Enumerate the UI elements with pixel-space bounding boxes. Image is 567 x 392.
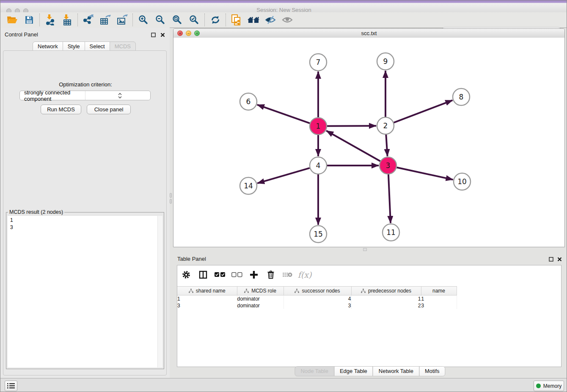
control-panel-header: Control Panel	[0, 30, 170, 39]
column-header-predecessor-nodes[interactable]: predecessor nodes	[351, 287, 421, 295]
toolbar-separator	[226, 14, 226, 26]
column-header-name[interactable]: name	[421, 287, 457, 295]
panel-splitter-grip[interactable]	[170, 193, 172, 198]
table-cell[interactable]: dominator	[237, 295, 284, 303]
graph-edge-4-14[interactable]	[257, 168, 310, 183]
table-options-button[interactable]	[181, 269, 192, 280]
network-window-titlebar[interactable]: × − + scc.txt	[173, 29, 564, 38]
status-bar: Memory	[0, 378, 567, 392]
graph-edge-3-11[interactable]	[388, 174, 391, 223]
table-toolbar: f(x)	[181, 268, 310, 282]
table-tab-network-table[interactable]: Network Table	[373, 366, 419, 376]
memory-label: Memory	[543, 383, 561, 389]
graph-edge-2-3[interactable]	[386, 135, 387, 156]
close-table-panel-icon[interactable]	[556, 256, 562, 262]
delete-table-button[interactable]	[282, 269, 293, 280]
export-image-button[interactable]	[114, 13, 131, 27]
memory-status-icon	[536, 384, 541, 388]
table-tab-motifs[interactable]: Motifs	[419, 366, 446, 376]
mcds-result-scrollbar[interactable]	[157, 216, 162, 367]
application-window: Session: New Session	[0, 0, 567, 392]
fit-content-button[interactable]	[169, 13, 186, 27]
float-table-panel-icon[interactable]	[548, 256, 554, 262]
select-all-checkboxes-button[interactable]	[215, 269, 226, 280]
optimization-criterion-label: Optimization criterion:	[1, 81, 170, 88]
toolbar-separator	[39, 14, 40, 26]
table-cell[interactable]: dominator	[237, 302, 284, 309]
graph-edge-1-2[interactable]	[327, 126, 376, 126]
table-cell[interactable]: 1	[351, 295, 421, 303]
graph-node-label-7: 7	[316, 58, 321, 66]
dropdown-stepper-icon	[85, 91, 151, 100]
column-label: MCDS role	[251, 288, 276, 294]
graph-node-label-11: 11	[386, 228, 396, 237]
toolbar-separator	[77, 14, 78, 26]
table-row[interactable]: 1dominator411	[177, 295, 457, 303]
control-panel-title: Control Panel	[5, 31, 38, 38]
deselect-all-checkboxes-button[interactable]	[231, 269, 242, 280]
create-column-button[interactable]	[248, 269, 259, 280]
function-builder-button[interactable]: f(x)	[299, 269, 310, 280]
memory-button[interactable]: Memory	[534, 381, 564, 391]
close-panel-button[interactable]: Close panel	[87, 105, 131, 114]
table-cell[interactable]: 3	[421, 302, 457, 309]
node-table: shared nameMCDS rolesuccessor nodesprede…	[177, 286, 457, 309]
graph-node-label-9: 9	[383, 57, 388, 66]
column-label: shared name	[196, 288, 226, 294]
export-table-button[interactable]	[97, 13, 114, 27]
trash-icon	[267, 270, 275, 279]
mcds-result-group: MCDS result (2 nodes) 1 3	[6, 209, 164, 369]
mcds-result-list[interactable]: 1 3	[8, 216, 162, 367]
criterion-dropdown[interactable]: strongly connected component	[19, 91, 151, 100]
zoom-selected-icon	[189, 15, 199, 25]
graph-edge-3-10[interactable]	[397, 167, 453, 179]
column-type-icon	[295, 289, 299, 293]
column-label: predecessor nodes	[368, 288, 411, 294]
graph-edge-1-6[interactable]	[257, 105, 310, 123]
zoom-selected-button[interactable]	[186, 13, 203, 27]
table-cell[interactable]: 1	[177, 295, 237, 303]
column-header-MCDS-role[interactable]: MCDS role	[237, 287, 284, 295]
refresh-view-button[interactable]	[207, 13, 224, 27]
import-network-button[interactable]	[42, 13, 59, 27]
table-tab-edge-table[interactable]: Edge Table	[334, 366, 373, 376]
run-mcds-button[interactable]: Run MCDS	[41, 105, 81, 114]
float-panel-icon[interactable]	[150, 32, 156, 38]
table-cell[interactable]: 2	[351, 302, 421, 309]
graph-node-label-1: 1	[316, 122, 321, 130]
split-columns-icon	[199, 271, 207, 279]
column-header-successor-nodes[interactable]: successor nodes	[284, 287, 351, 295]
network-resize-grip[interactable]	[363, 248, 367, 251]
criterion-value: strongly connected component	[20, 89, 85, 102]
table-tab-node-table[interactable]: Node Table	[295, 366, 334, 376]
save-session-button[interactable]	[21, 13, 38, 27]
table-row[interactable]: 3dominator323	[177, 302, 457, 309]
network-canvas[interactable]: 1234678910111415	[173, 38, 564, 247]
column-header-shared-name[interactable]: shared name	[177, 287, 237, 295]
network-view-window: × − + scc.txt 1234678910111415	[173, 28, 565, 247]
table-cell[interactable]: 3	[177, 302, 237, 309]
show-hidden-button[interactable]	[279, 13, 296, 27]
table-cell[interactable]: 1	[421, 295, 457, 303]
panel-splitter-grip[interactable]	[170, 199, 172, 204]
duplicate-network-button[interactable]	[228, 13, 245, 27]
graph-edge-2-8[interactable]	[394, 100, 453, 123]
import-table-icon	[62, 14, 72, 25]
table-cell[interactable]: 3	[284, 302, 351, 309]
open-folder-icon	[7, 15, 18, 25]
show-all-networks-button[interactable]	[245, 13, 262, 27]
toggle-column-view-button[interactable]	[198, 269, 209, 280]
show-task-history-button[interactable]	[5, 381, 17, 391]
close-panel-icon[interactable]	[160, 32, 165, 38]
zoom-out-button[interactable]	[152, 13, 169, 27]
open-session-button[interactable]	[4, 13, 21, 27]
zoom-in-button[interactable]	[135, 13, 152, 27]
eye-icon	[282, 16, 293, 24]
table-cell[interactable]: 4	[284, 295, 351, 303]
delete-columns-button[interactable]	[265, 269, 276, 280]
graph-node-label-8: 8	[459, 93, 464, 101]
hide-selected-button[interactable]	[262, 13, 279, 27]
graph-edge-3-1[interactable]	[326, 131, 380, 161]
import-table-button[interactable]	[59, 13, 76, 27]
export-network-button[interactable]	[80, 13, 97, 27]
